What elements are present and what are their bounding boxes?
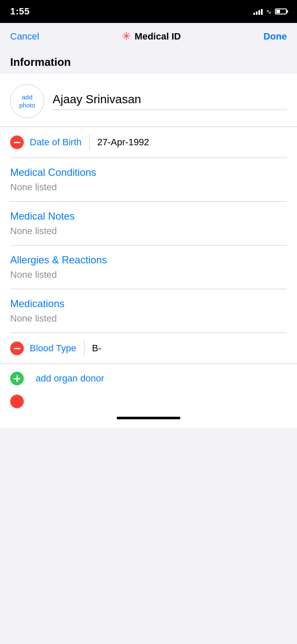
nav-bar: Cancel ✳ Medical ID Done (0, 23, 297, 47)
nav-title: ✳ Medical ID (122, 30, 181, 43)
date-of-birth-label: Date of Birth (30, 137, 81, 148)
medical-conditions-value: None listed (10, 182, 287, 193)
allergies-label: Allergies & Reactions (10, 254, 287, 266)
field-separator (89, 135, 90, 150)
done-button[interactable]: Done (263, 31, 287, 42)
blood-type-row: Blood Type B- (0, 333, 297, 364)
medical-conditions-label: Medical Conditions (10, 167, 287, 178)
medical-conditions-section[interactable]: Medical Conditions None listed (0, 158, 297, 201)
date-of-birth-remove-button[interactable] (10, 136, 24, 149)
battery-icon (275, 8, 287, 14)
blood-type-separator (84, 341, 84, 356)
medical-notes-value: None listed (10, 226, 287, 237)
add-organ-donor-label: add organ donor (36, 373, 104, 384)
allergies-section[interactable]: Allergies & Reactions None listed (0, 246, 297, 289)
bottom-partial-row (0, 393, 297, 410)
medications-value: None listed (10, 313, 287, 324)
status-bar: 1:55 ∿ (0, 0, 297, 23)
profile-row: addphoto (0, 74, 297, 127)
home-bar (117, 417, 180, 419)
home-indicator (0, 410, 297, 428)
add-photo-button[interactable]: addphoto (10, 84, 44, 118)
nav-title-text: Medical ID (134, 31, 181, 42)
blood-type-label: Blood Type (30, 343, 76, 354)
date-of-birth-row: Date of Birth 27-Apr-1992 (0, 127, 297, 158)
add-organ-donor-button[interactable] (10, 372, 24, 385)
status-icons: ∿ (253, 8, 287, 16)
medical-notes-section[interactable]: Medical Notes None listed (0, 202, 297, 245)
main-content: addphoto Date of Birth 27-Apr-1992 Medic… (0, 74, 297, 410)
medications-section[interactable]: Medications None listed (0, 289, 297, 333)
add-organ-donor-row[interactable]: add organ donor (0, 364, 297, 393)
medical-asterisk-icon: ✳ (122, 30, 131, 43)
medical-notes-label: Medical Notes (10, 210, 287, 222)
add-photo-label: addphoto (19, 93, 35, 110)
name-input[interactable] (53, 93, 287, 110)
blood-type-remove-button[interactable] (10, 342, 24, 355)
section-header-title: Information (10, 56, 71, 68)
bottom-minus-icon (10, 395, 24, 408)
wifi-icon: ∿ (266, 8, 272, 16)
allergies-value: None listed (10, 269, 287, 280)
date-of-birth-value[interactable]: 27-Apr-1992 (97, 137, 149, 148)
signal-icon (253, 8, 263, 15)
medications-label: Medications (10, 298, 287, 310)
section-header: Information (0, 47, 297, 74)
status-time: 1:55 (10, 6, 30, 17)
cancel-button[interactable]: Cancel (10, 31, 39, 42)
blood-type-value[interactable]: B- (92, 343, 101, 354)
